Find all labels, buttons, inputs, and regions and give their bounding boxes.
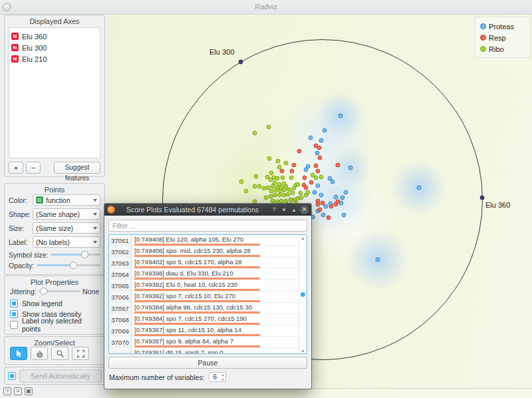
data-point-resp[interactable] bbox=[314, 164, 319, 168]
data-point-ribo[interactable] bbox=[277, 182, 282, 187]
data-point-proteas[interactable] bbox=[338, 114, 343, 118]
score-row[interactable]: 37069[0.749367] spo 11, cdc15 10, alpha … bbox=[109, 325, 307, 337]
data-point-resp[interactable] bbox=[280, 169, 285, 174]
opacity-slider-knob[interactable] bbox=[70, 262, 77, 269]
score-row[interactable]: 37068[0.749384] spo 7, cdc15 270, cdc15 … bbox=[109, 314, 307, 325]
select-tool-button[interactable] bbox=[10, 347, 27, 360]
data-point-ribo[interactable] bbox=[267, 125, 271, 130]
reset-tool-button[interactable] bbox=[72, 347, 89, 360]
report-icon[interactable]: ≡ bbox=[14, 387, 22, 395]
data-point-ribo[interactable] bbox=[281, 176, 285, 180]
checkbox-label-only-selected-points[interactable] bbox=[10, 321, 18, 329]
data-point-proteas[interactable] bbox=[319, 193, 324, 198]
score-row[interactable]: 37062[0.749406] spo- mid, cdc15 230, alp… bbox=[109, 246, 307, 258]
anchor-dot[interactable] bbox=[239, 60, 243, 65]
data-point-ribo[interactable] bbox=[257, 184, 262, 189]
score-row[interactable]: [0.749361] dtt 15, spo5 7, spo 0 bbox=[109, 348, 307, 354]
score-row[interactable]: 37067[0.749384] alpha 98, cdc15 130, cdc… bbox=[109, 303, 307, 314]
score-row[interactable]: 37066[0.749392] spo 7, cdc15 10, Elu 270 bbox=[109, 292, 307, 303]
data-point-ribo[interactable] bbox=[286, 192, 291, 197]
data-point-ribo[interactable] bbox=[253, 131, 257, 136]
data-point-resp[interactable] bbox=[329, 204, 334, 209]
axis-list-item[interactable]: NElu 360 bbox=[11, 31, 98, 42]
data-point-resp[interactable] bbox=[336, 200, 340, 204]
scroll-down-icon[interactable]: ▼ bbox=[299, 349, 307, 353]
jittering-slider-knob[interactable] bbox=[40, 288, 47, 295]
data-point-proteas[interactable] bbox=[331, 180, 335, 184]
data-point-resp[interactable] bbox=[316, 202, 321, 207]
spinbox-arrows-icon[interactable]: ▴▾ bbox=[222, 373, 224, 381]
data-point-ribo[interactable] bbox=[291, 191, 295, 196]
data-point-ribo[interactable] bbox=[267, 156, 272, 161]
send-automatically-checkbox[interactable] bbox=[8, 372, 16, 380]
checkbox-show-class-density[interactable] bbox=[10, 310, 18, 318]
data-point-proteas[interactable] bbox=[313, 190, 317, 195]
data-point-ribo[interactable] bbox=[254, 174, 259, 179]
data-point-resp[interactable] bbox=[303, 176, 307, 180]
send-automatically-button[interactable]: Send Automatically bbox=[19, 369, 102, 383]
pan-tool-button[interactable] bbox=[31, 347, 48, 360]
score-row[interactable]: 37064[0.749398] diau d, Elu 330, Elu 210 bbox=[109, 269, 307, 280]
data-point-ribo[interactable] bbox=[253, 184, 257, 189]
data-point-ribo[interactable] bbox=[274, 188, 279, 193]
help-icon[interactable]: ? bbox=[3, 387, 11, 395]
data-point-ribo[interactable] bbox=[277, 193, 282, 198]
data-point-ribo[interactable] bbox=[299, 196, 304, 200]
data-point-proteas[interactable] bbox=[334, 195, 338, 200]
data-point-ribo[interactable] bbox=[282, 182, 287, 186]
data-point-proteas[interactable] bbox=[323, 128, 327, 133]
score-row[interactable]: 37061[0.749408] Elu 120, alpha 105, Elu … bbox=[109, 235, 307, 246]
data-point-ribo[interactable] bbox=[271, 199, 275, 204]
data-point-ribo[interactable] bbox=[319, 175, 324, 180]
data-point-ribo[interactable] bbox=[311, 173, 315, 178]
data-point-proteas[interactable] bbox=[324, 204, 329, 209]
data-point-proteas[interactable] bbox=[304, 168, 309, 172]
score-list[interactable]: 37061[0.749408] Elu 120, alpha 105, Elu … bbox=[108, 234, 307, 354]
data-point-proteas[interactable] bbox=[342, 213, 346, 218]
max-variables-spinbox[interactable]: 6 ▴▾ bbox=[209, 372, 226, 382]
symbol-size-slider[interactable] bbox=[51, 251, 100, 258]
score-list-scrollbar[interactable]: ▲ ▼ bbox=[299, 236, 306, 354]
data-point-ribo[interactable] bbox=[239, 180, 244, 184]
dialog-close-button[interactable]: ✕ bbox=[300, 206, 309, 214]
data-point-ribo[interactable] bbox=[269, 194, 273, 199]
data-point-proteas[interactable] bbox=[340, 196, 345, 200]
data-point-ribo[interactable] bbox=[273, 193, 277, 198]
add-axis-button[interactable]: + bbox=[9, 162, 23, 174]
remove-axis-button[interactable]: − bbox=[26, 162, 41, 174]
data-point-resp[interactable] bbox=[304, 186, 309, 190]
score-row[interactable]: 37065[0.749392] Elu 0, heat 10, cdc15 23… bbox=[109, 280, 307, 292]
data-point-ribo[interactable] bbox=[284, 161, 289, 166]
symbol-size-slider-knob[interactable] bbox=[81, 251, 88, 258]
suggest-features-button[interactable]: Suggest features bbox=[54, 162, 100, 174]
data-point-resp[interactable] bbox=[297, 149, 302, 154]
data-point-ribo[interactable] bbox=[289, 176, 294, 180]
axis-list-item[interactable]: NElu 210 bbox=[11, 53, 98, 65]
anchor-dot[interactable] bbox=[480, 196, 485, 200]
data-point-resp[interactable] bbox=[336, 163, 340, 168]
data-point-proteas[interactable] bbox=[376, 258, 380, 262]
data-point-resp[interactable] bbox=[321, 201, 325, 206]
data-point-ribo[interactable] bbox=[275, 176, 280, 181]
score-row[interactable]: 37070[0.749367] spo 9, alpha 84, alpha 7 bbox=[109, 337, 307, 348]
data-point-proteas[interactable] bbox=[315, 151, 320, 156]
data-point-resp[interactable] bbox=[316, 169, 321, 174]
displayed-axes-list[interactable]: NElu 360NElu 300NElu 210 bbox=[9, 27, 100, 158]
data-point-ribo[interactable] bbox=[269, 171, 274, 176]
pause-button[interactable]: Pause bbox=[108, 357, 307, 369]
jittering-slider[interactable] bbox=[39, 288, 80, 295]
data-point-proteas[interactable] bbox=[321, 213, 326, 218]
data-point-resp[interactable] bbox=[327, 216, 331, 220]
data-point-proteas[interactable] bbox=[316, 184, 321, 188]
shape-combobox[interactable]: (Same shape) bbox=[33, 208, 100, 220]
data-point-ribo[interactable] bbox=[283, 188, 287, 192]
checkbox-show-legend[interactable] bbox=[10, 299, 18, 307]
dialog-rolldown-icon[interactable]: ▴ bbox=[290, 204, 298, 216]
data-point-resp[interactable] bbox=[318, 156, 323, 160]
data-point-ribo[interactable] bbox=[273, 181, 277, 186]
size-combobox[interactable]: (Same size) bbox=[33, 222, 100, 234]
dialog-help-icon[interactable]: ? bbox=[270, 204, 278, 216]
scroll-up-icon[interactable]: ▲ bbox=[299, 236, 307, 240]
filter-input[interactable]: Filter ... bbox=[108, 220, 307, 232]
data-point-proteas[interactable] bbox=[348, 166, 353, 170]
